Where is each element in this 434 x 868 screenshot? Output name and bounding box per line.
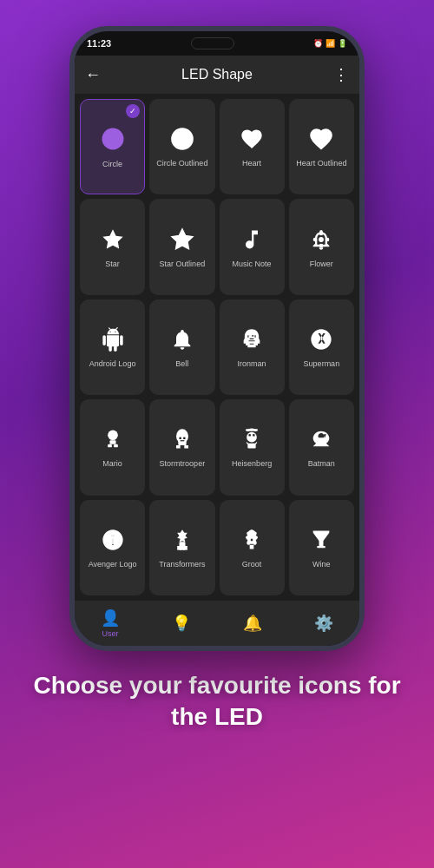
star-label: Star [105,260,120,269]
grid-item-star[interactable]: Star [80,199,145,294]
star-outlined-label: Star Outlined [160,260,206,269]
svg-rect-24 [177,546,181,550]
star-icon [101,227,125,256]
grid-item-circle[interactable]: ✓ Circle [80,99,145,194]
flower-icon [309,227,333,256]
grid-item-flower[interactable]: Flower [289,199,354,294]
svg-rect-17 [181,441,185,442]
bell-label: Bell [175,359,188,369]
ironman-icon [240,327,264,356]
camera-notch [191,37,234,49]
heart-outlined-icon [309,127,333,155]
svg-rect-8 [109,441,115,445]
music-note-label: Music Note [233,260,272,269]
android-label: Android Logo [89,359,136,369]
ironman-label: Ironman [238,359,266,369]
wine-icon [309,528,333,556]
svg-rect-22 [247,444,255,449]
grid-item-bell[interactable]: Bell [149,299,214,395]
grid-item-mario[interactable]: Mario [80,399,145,495]
superman-label: Superman [304,359,340,369]
stormtrooper-icon [170,427,194,456]
grid-item-stormtrooper[interactable]: Stormtrooper [149,399,214,495]
svg-rect-21 [253,435,254,437]
grid-item-avenger[interactable]: Avenger Logo [80,500,145,595]
selected-badge: ✓ [126,104,140,118]
status-bar: 11:23 ⏰ 📶 🔋 [75,31,359,56]
avenger-label: Avenger Logo [89,560,137,569]
stormtrooper-label: Stormtrooper [160,459,206,469]
settings-nav-icon: ⚙️ [314,614,333,633]
transformers-label: Transformers [159,560,205,569]
groot-label: Groot [242,560,262,569]
status-icons: ⏰ 📶 🔋 [313,39,347,48]
nav-item-notification[interactable]: 🔔 [243,614,262,633]
notification-nav-icon: 🔔 [243,614,262,633]
app-screen: ← LED Shape ⋮ ✓ Circle Circle Outlined [75,56,359,646]
heart-label: Heart [242,159,261,168]
back-button[interactable]: ← [85,66,106,84]
heisenberg-icon [240,427,264,456]
page-title: LED Shape [106,67,328,82]
svg-rect-10 [114,444,118,448]
circle-outlined-label: Circle Outlined [156,159,207,168]
svg-point-5 [313,237,318,241]
grid-item-wine[interactable]: Wine [289,500,354,595]
svg-rect-19 [246,430,258,431]
status-time: 11:23 [87,38,111,49]
alarm-icon: ⏰ [313,39,323,48]
grid-item-groot[interactable]: Groot [220,500,285,595]
svg-point-7 [108,431,118,441]
icon-grid: ✓ Circle Circle Outlined Heart [75,94,359,601]
svg-rect-15 [179,437,181,439]
grid-item-android[interactable]: Android Logo [80,299,145,395]
nav-user-label: User [102,629,118,638]
grid-item-star-outlined[interactable]: Star Outlined [149,199,214,294]
grid-item-circle-outlined[interactable]: Circle Outlined [149,99,214,194]
batman-label: Batman [308,459,335,469]
nav-item-user[interactable]: 👤 User [101,608,120,638]
grid-item-music-note[interactable]: Music Note [220,199,285,294]
mario-icon [101,427,125,456]
heisenberg-label: Heisenberg [232,459,272,469]
grid-item-heart[interactable]: Heart [220,99,285,194]
grid-item-transformers[interactable]: Transformers [149,500,214,595]
circle-icon [100,126,126,156]
svg-rect-9 [108,444,112,448]
svg-point-2 [319,237,324,242]
heart-icon [240,127,264,155]
svg-point-18 [247,432,257,443]
nav-item-settings[interactable]: ⚙️ [314,614,333,633]
svg-rect-13 [176,445,181,449]
app-header: ← LED Shape ⋮ [75,56,359,94]
superman-icon [309,327,333,356]
svg-rect-14 [184,445,188,449]
grid-item-ironman[interactable]: Ironman [220,299,285,395]
flower-label: Flower [310,260,333,269]
circle-label: Circle [102,160,122,169]
phone-shell: 11:23 ⏰ 📶 🔋 ← LED Shape ⋮ ✓ Circle [69,26,365,651]
star-outlined-icon [170,227,194,256]
nav-item-bulb[interactable]: 💡 [172,614,191,633]
signal-icon: 📶 [326,39,335,48]
grid-item-heart-outlined[interactable]: Heart Outlined [289,99,354,194]
svg-rect-25 [183,546,187,550]
grid-item-heisenberg[interactable]: Heisenberg [220,399,285,495]
svg-point-0 [102,128,123,150]
batman-icon [309,427,333,456]
svg-rect-16 [183,437,185,439]
groot-icon [240,528,264,556]
music-note-icon [240,227,264,256]
svg-point-3 [319,231,324,235]
grid-item-batman[interactable]: Batman [289,399,354,495]
heart-outlined-label: Heart Outlined [296,159,346,168]
bulb-nav-icon: 💡 [172,614,191,633]
battery-icon: 🔋 [338,39,347,48]
bell-icon [170,327,194,356]
grid-item-superman[interactable]: Superman [289,299,354,395]
android-icon [101,327,125,356]
menu-button[interactable]: ⋮ [328,65,349,84]
svg-point-4 [319,243,324,247]
wine-label: Wine [312,560,331,569]
footer-tagline: Choose your favourite icons for the LED [0,670,434,733]
